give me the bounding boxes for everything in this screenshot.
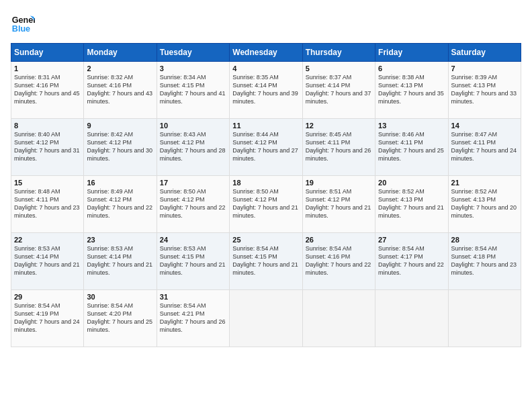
day-number: 26 [306, 236, 372, 244]
day-info: Sunrise: 8:54 AMSunset: 4:21 PMDaylight:… [160, 302, 226, 333]
column-header-friday: Friday [375, 44, 448, 62]
calendar-cell: 12 Sunrise: 8:45 AMSunset: 4:11 PMDaylig… [302, 119, 375, 176]
calendar-cell: 3 Sunrise: 8:34 AMSunset: 4:15 PMDayligh… [157, 62, 229, 119]
day-number: 2 [87, 64, 153, 73]
calendar-cell: 1 Sunrise: 8:31 AMSunset: 4:16 PMDayligh… [11, 62, 84, 119]
logo-icon: General Blue [11, 11, 35, 35]
logo: General Blue [11, 11, 38, 35]
day-number: 24 [160, 236, 226, 244]
day-info: Sunrise: 8:31 AMSunset: 4:16 PMDaylight:… [14, 74, 80, 105]
day-number: 30 [87, 293, 153, 301]
calendar-cell: 15 Sunrise: 8:48 AMSunset: 4:11 PMDaylig… [11, 176, 84, 233]
calendar-cell: 14 Sunrise: 8:47 AMSunset: 4:11 PMDaylig… [448, 119, 521, 176]
day-info: Sunrise: 8:54 AMSunset: 4:16 PMDaylight:… [306, 245, 371, 276]
calendar-cell: 18 Sunrise: 8:50 AMSunset: 4:12 PMDaylig… [230, 176, 302, 233]
page-header: General Blue [11, 11, 521, 35]
day-info: Sunrise: 8:50 AMSunset: 4:12 PMDaylight:… [160, 188, 226, 219]
day-info: Sunrise: 8:54 AMSunset: 4:20 PMDaylight:… [87, 302, 152, 333]
calendar-cell: 22 Sunrise: 8:53 AMSunset: 4:14 PMDaylig… [11, 233, 84, 290]
day-number: 14 [451, 122, 518, 130]
day-number: 28 [451, 236, 518, 244]
day-number: 23 [87, 236, 153, 244]
calendar-cell: 5 Sunrise: 8:37 AMSunset: 4:14 PMDayligh… [302, 62, 375, 119]
week-row-5: 29 Sunrise: 8:54 AMSunset: 4:19 PMDaylig… [11, 290, 521, 347]
day-number: 6 [378, 64, 445, 73]
calendar-cell: 29 Sunrise: 8:54 AMSunset: 4:19 PMDaylig… [11, 290, 84, 347]
day-info: Sunrise: 8:45 AMSunset: 4:11 PMDaylight:… [306, 131, 371, 162]
day-number: 29 [14, 293, 81, 301]
column-header-thursday: Thursday [302, 44, 375, 62]
day-number: 25 [232, 236, 299, 244]
calendar-cell: 23 Sunrise: 8:53 AMSunset: 4:14 PMDaylig… [84, 233, 157, 290]
calendar-cell: 2 Sunrise: 8:32 AMSunset: 4:16 PMDayligh… [84, 62, 157, 119]
calendar-cell: 28 Sunrise: 8:54 AMSunset: 4:18 PMDaylig… [448, 233, 521, 290]
week-row-2: 8 Sunrise: 8:40 AMSunset: 4:12 PMDayligh… [11, 119, 521, 176]
day-number: 18 [232, 179, 299, 187]
day-info: Sunrise: 8:52 AMSunset: 4:13 PMDaylight:… [378, 188, 444, 219]
calendar-cell: 26 Sunrise: 8:54 AMSunset: 4:16 PMDaylig… [302, 233, 375, 290]
calendar-cell [230, 290, 302, 347]
column-header-sunday: Sunday [11, 44, 84, 62]
calendar-cell: 31 Sunrise: 8:54 AMSunset: 4:21 PMDaylig… [157, 290, 229, 347]
day-number: 7 [451, 64, 518, 73]
calendar-cell [448, 290, 521, 347]
day-info: Sunrise: 8:46 AMSunset: 4:11 PMDaylight:… [378, 131, 444, 162]
calendar-cell: 20 Sunrise: 8:52 AMSunset: 4:13 PMDaylig… [375, 176, 448, 233]
calendar-cell: 8 Sunrise: 8:40 AMSunset: 4:12 PMDayligh… [11, 119, 84, 176]
day-info: Sunrise: 8:49 AMSunset: 4:12 PMDaylight:… [87, 188, 152, 219]
day-info: Sunrise: 8:54 AMSunset: 4:17 PMDaylight:… [378, 245, 444, 276]
calendar-cell: 13 Sunrise: 8:46 AMSunset: 4:11 PMDaylig… [375, 119, 448, 176]
day-number: 12 [306, 122, 372, 130]
day-info: Sunrise: 8:32 AMSunset: 4:16 PMDaylight:… [87, 74, 152, 105]
calendar-cell: 25 Sunrise: 8:54 AMSunset: 4:15 PMDaylig… [230, 233, 302, 290]
calendar-cell: 27 Sunrise: 8:54 AMSunset: 4:17 PMDaylig… [375, 233, 448, 290]
day-info: Sunrise: 8:43 AMSunset: 4:12 PMDaylight:… [160, 131, 226, 162]
day-info: Sunrise: 8:54 AMSunset: 4:19 PMDaylight:… [14, 302, 80, 333]
calendar-cell: 9 Sunrise: 8:42 AMSunset: 4:12 PMDayligh… [84, 119, 157, 176]
column-header-saturday: Saturday [448, 44, 521, 62]
day-number: 13 [378, 122, 445, 130]
day-number: 10 [160, 122, 226, 130]
week-row-4: 22 Sunrise: 8:53 AMSunset: 4:14 PMDaylig… [11, 233, 521, 290]
day-number: 27 [378, 236, 445, 244]
day-info: Sunrise: 8:47 AMSunset: 4:11 PMDaylight:… [451, 131, 517, 162]
calendar-cell: 4 Sunrise: 8:35 AMSunset: 4:14 PMDayligh… [230, 62, 302, 119]
calendar-cell: 24 Sunrise: 8:53 AMSunset: 4:15 PMDaylig… [157, 233, 229, 290]
day-info: Sunrise: 8:48 AMSunset: 4:11 PMDaylight:… [14, 188, 80, 219]
calendar-cell: 7 Sunrise: 8:39 AMSunset: 4:13 PMDayligh… [448, 62, 521, 119]
day-number: 17 [160, 179, 226, 187]
day-info: Sunrise: 8:53 AMSunset: 4:14 PMDaylight:… [87, 245, 152, 276]
calendar-cell: 21 Sunrise: 8:52 AMSunset: 4:13 PMDaylig… [448, 176, 521, 233]
day-info: Sunrise: 8:42 AMSunset: 4:12 PMDaylight:… [87, 131, 152, 162]
calendar-cell [375, 290, 448, 347]
calendar-cell: 16 Sunrise: 8:49 AMSunset: 4:12 PMDaylig… [84, 176, 157, 233]
day-number: 19 [306, 179, 372, 187]
calendar-body: 1 Sunrise: 8:31 AMSunset: 4:16 PMDayligh… [11, 62, 521, 347]
day-number: 4 [232, 64, 299, 73]
day-info: Sunrise: 8:53 AMSunset: 4:14 PMDaylight:… [14, 245, 80, 276]
day-number: 15 [14, 179, 81, 187]
week-row-3: 15 Sunrise: 8:48 AMSunset: 4:11 PMDaylig… [11, 176, 521, 233]
day-info: Sunrise: 8:37 AMSunset: 4:14 PMDaylight:… [306, 74, 371, 105]
day-number: 21 [451, 179, 518, 187]
calendar-cell [302, 290, 375, 347]
day-number: 8 [14, 122, 81, 130]
day-info: Sunrise: 8:50 AMSunset: 4:12 PMDaylight:… [232, 188, 298, 219]
day-info: Sunrise: 8:34 AMSunset: 4:15 PMDaylight:… [160, 74, 226, 105]
day-info: Sunrise: 8:44 AMSunset: 4:12 PMDaylight:… [232, 131, 298, 162]
day-info: Sunrise: 8:54 AMSunset: 4:15 PMDaylight:… [232, 245, 298, 276]
calendar-table: SundayMondayTuesdayWednesdayThursdayFrid… [11, 43, 521, 347]
svg-text:Blue: Blue [12, 24, 30, 34]
day-number: 5 [306, 64, 372, 73]
column-header-tuesday: Tuesday [157, 44, 229, 62]
calendar-header-row: SundayMondayTuesdayWednesdayThursdayFrid… [11, 44, 521, 62]
calendar-cell: 10 Sunrise: 8:43 AMSunset: 4:12 PMDaylig… [157, 119, 229, 176]
week-row-1: 1 Sunrise: 8:31 AMSunset: 4:16 PMDayligh… [11, 62, 521, 119]
day-info: Sunrise: 8:52 AMSunset: 4:13 PMDaylight:… [451, 188, 517, 219]
calendar-cell: 6 Sunrise: 8:38 AMSunset: 4:13 PMDayligh… [375, 62, 448, 119]
calendar-cell: 19 Sunrise: 8:51 AMSunset: 4:12 PMDaylig… [302, 176, 375, 233]
day-number: 11 [232, 122, 299, 130]
day-number: 3 [160, 64, 226, 73]
day-info: Sunrise: 8:35 AMSunset: 4:14 PMDaylight:… [232, 74, 298, 105]
day-info: Sunrise: 8:39 AMSunset: 4:13 PMDaylight:… [451, 74, 517, 105]
